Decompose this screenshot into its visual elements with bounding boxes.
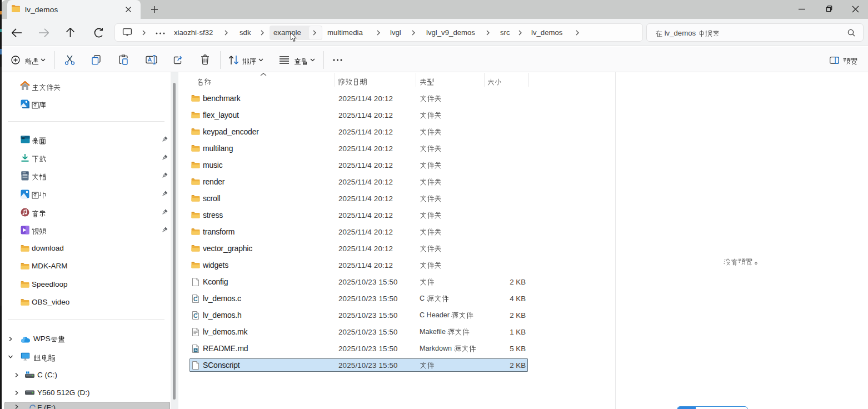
svg-text:C: C: [193, 296, 198, 302]
svg-text:C: C: [193, 312, 198, 319]
